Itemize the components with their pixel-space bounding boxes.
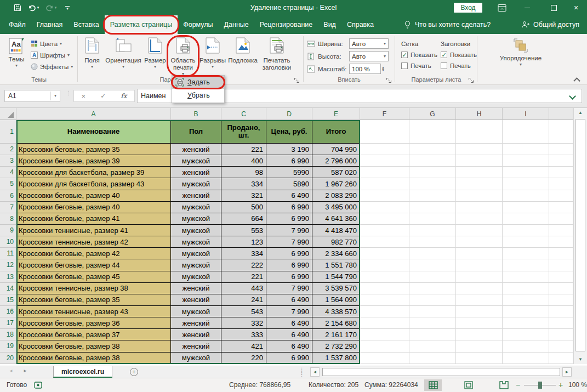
column-header-D[interactable]: D — [266, 108, 312, 120]
data-cell[interactable]: мужской — [171, 213, 221, 225]
data-cell[interactable]: 222 — [221, 259, 266, 271]
data-cell[interactable]: 4 418 470 — [312, 225, 360, 236]
tab-5[interactable]: Данные — [219, 15, 254, 34]
data-cell[interactable]: 2 796 000 — [312, 155, 360, 167]
data-cell[interactable]: 587 020 — [312, 167, 360, 178]
empty-cell[interactable] — [360, 225, 409, 236]
row-header-5[interactable]: 5 — [0, 178, 16, 190]
data-cell[interactable]: Кроссовки беговые, размер 39 — [16, 155, 171, 167]
data-cell[interactable]: 6 990 — [266, 155, 312, 167]
table-header-cell[interactable]: Итого — [312, 120, 360, 144]
data-cell[interactable]: женский — [171, 283, 221, 294]
macro-record-icon[interactable] — [34, 382, 42, 390]
sheet-next-icon[interactable]: ► — [23, 368, 27, 373]
empty-cell[interactable] — [360, 236, 409, 248]
tab-8[interactable]: Справка — [341, 15, 379, 34]
share-button[interactable]: Общий доступ — [521, 15, 579, 34]
data-cell[interactable]: Кроссовки теннисные, размер 41 — [16, 225, 171, 236]
row-header-12[interactable]: 12 — [0, 259, 16, 271]
empty-cell[interactable] — [503, 248, 549, 259]
ribbon-button-background[interactable]: Подложка — [227, 36, 259, 64]
data-cell[interactable]: 2 161 170 — [312, 329, 360, 340]
column-header-E[interactable]: E — [312, 108, 360, 120]
data-cell[interactable]: 704 990 — [312, 144, 360, 155]
data-cell[interactable]: 220 — [221, 353, 266, 364]
data-cell[interactable]: 5990 — [266, 167, 312, 178]
column-header-B[interactable]: B — [171, 108, 221, 120]
empty-cell[interactable] — [409, 190, 456, 202]
empty-cell[interactable] — [503, 283, 549, 294]
data-cell[interactable]: Кроссовки беговые, размер 37 — [16, 329, 171, 340]
empty-cell[interactable] — [549, 306, 573, 317]
data-cell[interactable]: 334 — [221, 248, 266, 259]
data-cell[interactable]: 553 — [221, 225, 266, 236]
empty-cell[interactable] — [456, 271, 503, 283]
empty-cell[interactable] — [456, 120, 503, 144]
empty-cell[interactable] — [360, 283, 409, 294]
empty-cell[interactable] — [456, 248, 503, 259]
row-header-17[interactable]: 17 — [0, 317, 16, 329]
select-all-corner[interactable] — [8, 112, 14, 118]
empty-cell[interactable] — [456, 236, 503, 248]
scale-spinner[interactable]: ▲▼ — [381, 66, 385, 72]
data-cell[interactable]: мужской — [171, 236, 221, 248]
vertical-scroll-thumb[interactable] — [575, 119, 585, 351]
column-header-C[interactable]: C — [221, 108, 266, 120]
fonts-button[interactable]: A Шрифты▾ — [31, 49, 73, 61]
empty-cell[interactable] — [409, 236, 456, 248]
sheet-prev-icon[interactable]: ◄ — [9, 368, 13, 373]
page-break-view-button[interactable] — [495, 379, 512, 391]
data-cell[interactable]: 98 — [221, 167, 266, 178]
row-header-4[interactable]: 4 — [0, 167, 16, 178]
empty-cell[interactable] — [549, 340, 573, 352]
menu-item-clear[interactable]: Убрать — [172, 89, 224, 102]
empty-cell[interactable] — [456, 202, 503, 213]
row-header-2[interactable]: 2 — [0, 144, 16, 155]
empty-cell[interactable] — [456, 340, 503, 352]
minimize-button[interactable] — [516, 0, 538, 15]
column-header-I[interactable]: I — [503, 108, 549, 120]
ribbon-display-options-button[interactable] — [491, 0, 513, 15]
data-cell[interactable]: мужской — [171, 271, 221, 283]
data-cell[interactable]: Кроссовки беговые, размер 38 — [16, 340, 171, 352]
page-setup-dialog-launcher[interactable] — [294, 76, 300, 82]
data-cell[interactable]: 3 495 000 — [312, 202, 360, 213]
row-header-3[interactable]: 3 — [0, 155, 16, 167]
empty-cell[interactable] — [503, 353, 549, 364]
data-cell[interactable]: женский — [171, 294, 221, 306]
checkbox-row[interactable]: ✓Показать — [401, 49, 437, 60]
data-cell[interactable]: 221 — [221, 271, 266, 283]
empty-cell[interactable] — [456, 167, 503, 178]
data-cell[interactable]: мужской — [171, 178, 221, 190]
empty-cell[interactable] — [503, 329, 549, 340]
empty-cell[interactable] — [409, 294, 456, 306]
row-header-7[interactable]: 7 — [0, 202, 16, 213]
empty-cell[interactable] — [503, 167, 549, 178]
data-cell[interactable]: мужской — [171, 202, 221, 213]
empty-cell[interactable] — [503, 236, 549, 248]
data-cell[interactable]: 6 990 — [266, 259, 312, 271]
empty-cell[interactable] — [503, 178, 549, 190]
empty-cell[interactable] — [360, 144, 409, 155]
column-header-H[interactable]: H — [456, 108, 503, 120]
data-cell[interactable]: 241 — [221, 294, 266, 306]
checkbox-checked-icon[interactable]: ✓ — [441, 52, 447, 58]
hscroll-right-button[interactable]: ► — [562, 367, 572, 377]
empty-cell[interactable] — [409, 120, 456, 144]
empty-cell[interactable] — [456, 306, 503, 317]
empty-cell[interactable] — [503, 340, 549, 352]
expand-formula-bar-icon[interactable] — [569, 93, 576, 100]
row-header-6[interactable]: 6 — [0, 190, 16, 202]
cancel-icon[interactable]: × — [82, 92, 86, 100]
new-sheet-button[interactable]: + — [130, 368, 138, 376]
fit-scale-spinbox[interactable]: 100 % — [349, 64, 381, 74]
status-sum[interactable]: Сумма: 92264034 — [364, 378, 418, 392]
table-header-cell[interactable]: Цена, руб. — [266, 120, 312, 144]
empty-cell[interactable] — [360, 271, 409, 283]
empty-cell[interactable] — [456, 283, 503, 294]
data-cell[interactable]: женский — [171, 167, 221, 178]
sign-in-button[interactable]: Вход — [454, 3, 482, 13]
ribbon-button-margins[interactable]: Поля▾ — [80, 36, 104, 69]
row-header-10[interactable]: 10 — [0, 236, 16, 248]
tab-1[interactable]: Главная — [31, 15, 69, 34]
